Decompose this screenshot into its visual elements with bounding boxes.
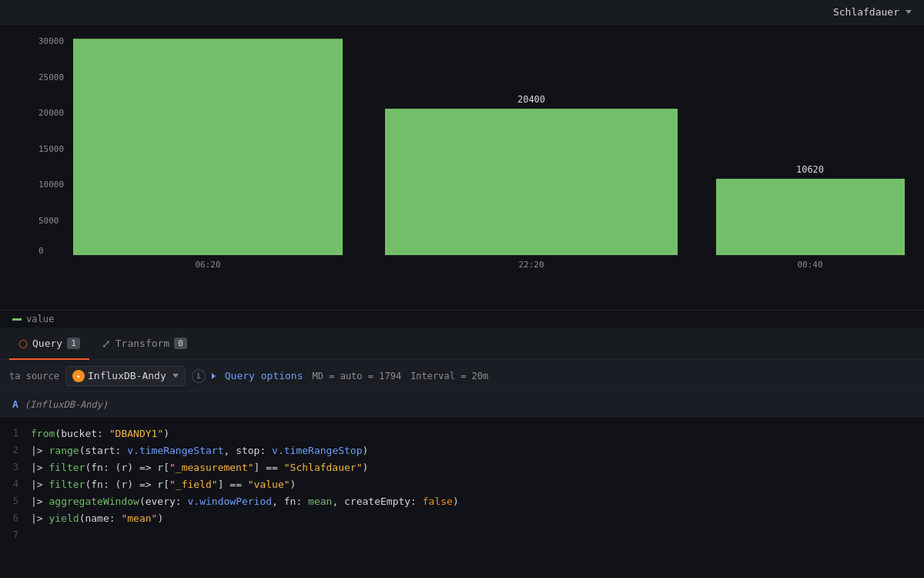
x-label-3: 00:40 [797,259,822,269]
y-label-10000: 10000 [38,180,64,190]
chart-area: 30000 25000 20000 15000 10000 5000 0 301… [0,25,924,310]
query-options-label: Query options [225,370,303,381]
x-label-2: 22:20 [518,259,544,269]
y-label-20000: 20000 [38,108,64,118]
datasource-name: InfluxDB-Andy [88,370,166,381]
code-token: "_measurement" [169,462,254,473]
code-token: (name: [79,512,122,524]
info-icon[interactable]: i [192,369,206,383]
code-token: ) [290,479,296,490]
bar-3 [716,179,905,255]
code-token: mean [308,496,332,507]
y-label-0: 0 [38,246,44,256]
line-content: |> range(start: v.timeRangeStart, stop: … [31,445,368,456]
code-token: |> [31,496,49,507]
line-number: 7 [0,529,31,540]
line-content: from(bucket: "DBANDY1") [31,428,169,439]
y-label-5000: 5000 [38,216,59,226]
bar-label-2: 20400 [517,94,545,105]
code-token: ] == [218,479,248,490]
bar-chart: 30000 25000 20000 15000 10000 5000 0 301… [38,32,916,279]
tabs-bar: ⬡ Query 1 ⤢ Transform 0 [0,328,924,360]
bar-1 [73,39,343,255]
line-number: 6 [0,512,31,523]
code-token: yield [49,512,79,524]
code-token: |> [31,512,49,524]
query-tab-icon: ⬡ [18,338,28,350]
bar-2 [385,109,678,255]
line-content: |> filter(fn: (r) => r["_measurement"] =… [31,462,368,473]
chart-legend: value [0,310,924,328]
datasource-selector[interactable]: ✦ InfluxDB-Andy [65,366,186,386]
code-token: ] == [254,462,284,473]
code-token: aggregateWindow [49,496,139,507]
code-token: filter [49,479,85,490]
code-line: 2 |> range(start: v.timeRangeStart, stop… [0,443,924,460]
code-token: ) [363,445,369,456]
code-token: "value" [248,479,290,490]
code-token: "mean" [121,512,157,524]
code-line: 5 |> aggregateWindow(every: v.windowPeri… [0,494,924,511]
top-bar-title[interactable]: Schlafdauer [833,6,912,18]
datasource-text-label: ta source [9,371,59,381]
title-chevron-icon [906,10,912,14]
code-token: (fn: (r) => r[ [85,479,169,490]
query-tab-badge: 1 [67,338,80,349]
code-token: "Schlafdauer" [284,462,363,473]
md-label: MD = auto = 1794 [313,371,402,381]
code-token: (bucket: [55,428,109,439]
code-editor-area[interactable]: 1from(bucket: "DBANDY1")2 |> range(start… [0,417,924,554]
code-line: 7 [0,528,924,545]
datasource-chevron-icon [172,374,179,378]
line-number: 2 [0,445,31,455]
code-token: false [423,496,453,507]
code-line: 6 |> yield(name: "mean") [0,511,924,528]
y-label-25000: 25000 [38,72,64,82]
code-token: ) [163,428,169,439]
code-token: (every: [139,496,188,507]
transform-tab-label: Transform [116,338,169,349]
code-token: "_field" [169,479,218,490]
query-options-chevron-icon [212,373,216,379]
code-token: ) [453,496,459,507]
query-db-label: (InfluxDB-Andy) [25,399,108,410]
legend-label: value [26,314,54,324]
code-token: |> [31,445,49,456]
code-line: 1from(bucket: "DBANDY1") [0,426,924,443]
code-token: from [31,428,55,439]
query-editor: A (InfluxDB-Andy) 1from(bucket: "DBANDY1… [0,392,924,554]
line-content: |> filter(fn: (r) => r["_field"] == "val… [31,479,296,490]
line-content: |> aggregateWindow(every: v.windowPeriod… [31,496,459,507]
code-token: ) [157,512,163,524]
line-number: 1 [0,428,31,439]
code-token: (start: [79,445,128,456]
code-token: v.windowPeriod [188,496,273,507]
datasource-brand-icon: ✦ [72,370,85,382]
code-token: "DBANDY1" [109,428,163,439]
code-token: range [49,445,79,456]
y-label-30000: 30000 [38,36,64,46]
code-token: , stop: [223,445,272,456]
query-editor-header: A (InfluxDB-Andy) [0,392,924,417]
code-token: , fn: [272,496,308,507]
legend-color [12,318,22,321]
transform-tab-badge: 0 [174,338,187,349]
bar-label-3: 10620 [796,164,824,175]
tab-transform[interactable]: ⤢ Transform 0 [92,328,196,360]
code-token: ) [363,462,369,473]
query-options-button[interactable]: Query options [225,370,303,381]
tab-query[interactable]: ⬡ Query 1 [9,328,89,360]
transform-tab-icon: ⤢ [102,338,111,350]
code-line: 4 |> filter(fn: (r) => r["_field"] == "v… [0,477,924,494]
line-number: 5 [0,496,31,506]
bar-label-1: 30180 [194,32,222,35]
code-token: , createEmpty: [332,496,422,507]
query-tab-label: Query [32,338,62,349]
interval-label: Interval = 20m [410,371,488,381]
code-token: v.timeRangeStop [272,445,362,456]
line-content: |> yield(name: "mean") [31,512,163,524]
code-token: |> [31,479,49,490]
code-token: filter [49,462,85,473]
code-line: 3 |> filter(fn: (r) => r["_measurement"]… [0,460,924,477]
query-identifier-label: A [12,398,18,410]
